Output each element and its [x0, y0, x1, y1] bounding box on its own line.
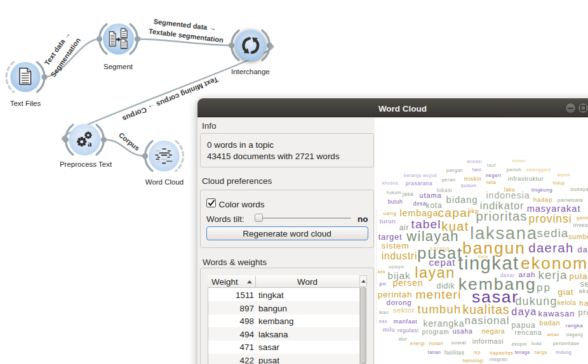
- svg-text:Interchange: Interchange: [231, 68, 270, 75]
- svg-text:Preprocess Text: Preprocess Text: [60, 160, 112, 168]
- svg-text:Word Cloud: Word Cloud: [145, 178, 184, 186]
- svg-text:Segment: Segment: [104, 63, 133, 70]
- svg-text:Corpus: Corpus: [117, 131, 141, 152]
- svg-text:a: a: [88, 139, 92, 148]
- svg-text:Text Files: Text Files: [10, 100, 41, 107]
